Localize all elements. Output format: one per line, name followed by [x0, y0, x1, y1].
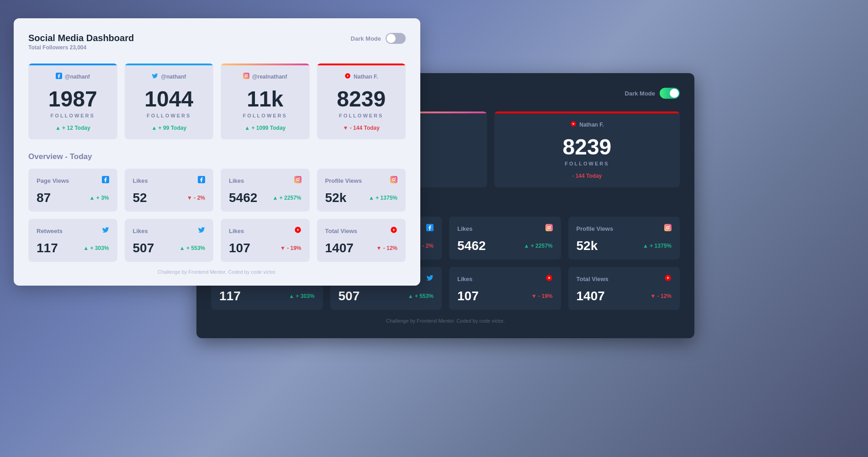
- dark-oc-retweets-tw-value: 117: [219, 289, 241, 303]
- light-yt-handle: Nathan F.: [324, 73, 399, 81]
- dark-oc-totalviews-yt-change: - 12%: [650, 293, 672, 299]
- light-oc-profileviews-ig-change: ▲ + 1375%: [369, 195, 397, 201]
- light-ig-handle: @realnathanf: [228, 73, 302, 81]
- dark-mode-toggle-light[interactable]: Dark Mode: [351, 33, 406, 44]
- light-follower-card-instagram: @realnathanf 11k FOLLOWERS ▲ + 1099 Toda…: [221, 64, 310, 139]
- dark-oc-likes-tw-footer: 507 + 553%: [339, 289, 434, 303]
- dark-oc-likes-ig-title: Likes: [457, 225, 472, 232]
- light-fb-label: FOLLOWERS: [36, 113, 110, 118]
- toggle-switch-light[interactable]: [386, 33, 406, 44]
- light-oc-likes-tw-value: 507: [133, 241, 154, 255]
- light-yt-label: FOLLOWERS: [324, 113, 399, 118]
- light-mode-dashboard: Social Media Dashboard Total Followers 2…: [14, 18, 420, 286]
- instagram-icon-oc2-dark: [664, 224, 672, 233]
- youtube-icon-oc-light: [294, 226, 302, 235]
- light-ig-change: ▲ + 1099 Today: [228, 125, 302, 131]
- light-oc-retweets-tw-value: 117: [37, 241, 58, 255]
- instagram-icon-oc-light: [294, 176, 302, 185]
- dark-oc-retweets-tw-footer: 117 + 303%: [219, 289, 315, 303]
- youtube-icon-dark: [570, 121, 577, 129]
- dark-footer-credit: Challenge by Frontend Mentor. Coded by c…: [211, 318, 680, 324]
- dark-oc-likes-ig-footer: 5462 + 2257%: [457, 239, 553, 253]
- light-oc-profileviews-ig-footer: 52k ▲ + 1375%: [325, 191, 398, 205]
- dark-follower-card-youtube: Nathan F. 8239 FOLLOWERS - 144 Today: [494, 112, 680, 187]
- svg-point-27: [299, 177, 300, 178]
- light-follower-card-youtube: Nathan F. 8239 FOLLOWERS ▼ - 144 Today: [317, 64, 406, 139]
- light-follower-card-twitter: @nathanf 1044 FOLLOWERS ▲ + 99 Today: [125, 64, 214, 139]
- dark-yt-handle: Nathan F.: [502, 121, 672, 129]
- dark-oc-likes-yt-title: Likes: [457, 276, 472, 282]
- dark-oc-likes-yt-change: - 19%: [531, 293, 553, 299]
- twitter-icon-oc2-light: [198, 226, 205, 235]
- light-oc-pageviews-fb: Page Views 87 ▲ + 3%: [28, 169, 117, 212]
- dark-oc-likes-ig-value: 5462: [457, 239, 486, 253]
- dark-oc-likes-yt-value: 107: [457, 289, 479, 303]
- light-oc-pageviews-fb-footer: 87 ▲ + 3%: [37, 191, 109, 205]
- light-oc-totalviews-yt: Total Views 1407 ▼ - 12%: [317, 219, 406, 262]
- toggle-thumb-light: [386, 34, 396, 43]
- light-oc-likes-yt-value: 107: [229, 241, 250, 255]
- light-oc-pageviews-fb-header: Page Views: [37, 176, 109, 185]
- dark-oc-likes-yt-header: Likes: [457, 274, 553, 283]
- light-oc-likes-yt: Likes 107 ▼ - 19%: [221, 219, 310, 262]
- dark-oc-retweets-tw-change: + 303%: [289, 293, 314, 299]
- light-oc-totalviews-yt-value: 1407: [325, 241, 354, 255]
- light-oc-likes-fb-value: 52: [133, 191, 147, 205]
- light-oc-likes-yt-footer: 107 ▼ - 19%: [229, 241, 302, 255]
- light-ig-label: FOLLOWERS: [228, 113, 302, 118]
- light-oc-likes-ig-header: Likes: [229, 176, 302, 185]
- instagram-icon-light: [243, 73, 249, 81]
- dark-mode-toggle-dark[interactable]: Dark Mode: [625, 88, 680, 99]
- light-header: Social Media Dashboard Total Followers 2…: [28, 33, 406, 51]
- dark-yt-change: - 144 Today: [502, 173, 672, 179]
- light-oc-likes-tw: Likes 507 ▲ + 553%: [125, 219, 214, 262]
- dark-oc-totalviews-yt-footer: 1407 - 12%: [577, 289, 672, 303]
- svg-point-20: [247, 74, 248, 75]
- light-follower-card-facebook: @nathanf 1987 FOLLOWERS ▲ + 12 Today: [28, 64, 117, 139]
- light-footer-credit: Challenge by Frontend Mentor. Coded by c…: [28, 269, 406, 275]
- light-oc-retweets-tw-footer: 117 ▲ + 303%: [37, 241, 109, 255]
- facebook-icon-oc-light: [102, 176, 109, 185]
- light-oc-likes-ig-title: Likes: [229, 177, 244, 184]
- light-oc-pageviews-fb-change: ▲ + 3%: [90, 195, 109, 201]
- dark-oc-totalviews-yt-title: Total Views: [577, 276, 609, 282]
- toggle-switch-dark[interactable]: [660, 88, 680, 99]
- dark-oc-likes-yt-footer: 107 - 19%: [457, 289, 553, 303]
- light-oc-retweets-tw-title: Retweets: [37, 228, 63, 234]
- dark-oc-likes-ig: Likes 5462 + 2257%: [449, 217, 561, 260]
- light-oc-totalviews-yt-footer: 1407 ▼ - 12%: [325, 241, 398, 255]
- light-oc-likes-ig: Likes 5462 ▲ + 2257%: [221, 169, 310, 212]
- light-oc-profileviews-ig-value: 52k: [325, 191, 347, 205]
- light-tw-handle-text: @nathanf: [161, 74, 186, 80]
- dark-yt-label: FOLLOWERS: [502, 161, 672, 166]
- dark-oc-likes-ig-change: + 2257%: [524, 243, 553, 249]
- instagram-icon-oc2-light: [390, 176, 397, 185]
- twitter-icon-oc2-dark: [426, 274, 434, 283]
- svg-rect-18: [243, 73, 249, 79]
- youtube-icon-oc-dark: [545, 274, 553, 283]
- light-fb-handle: @nathanf: [36, 73, 110, 81]
- light-ig-count: 11k: [228, 88, 302, 110]
- dark-oc-profileviews-ig-value: 52k: [577, 239, 598, 253]
- light-oc-likes-tw-change: ▲ + 553%: [180, 245, 205, 251]
- svg-point-30: [395, 177, 396, 178]
- light-ig-handle-text: @realnathanf: [252, 74, 287, 80]
- dark-oc-totalviews-yt: Total Views 1407 - 12%: [568, 267, 680, 310]
- light-oc-likes-yt-title: Likes: [229, 228, 244, 234]
- light-yt-handle-text: Nathan F.: [354, 74, 378, 80]
- light-tw-count: 1044: [132, 88, 206, 110]
- light-oc-totalviews-yt-header: Total Views: [325, 226, 398, 235]
- dark-oc-likes-tw-change: + 553%: [408, 293, 434, 299]
- svg-rect-25: [294, 176, 302, 183]
- light-oc-likes-tw-footer: 507 ▲ + 553%: [133, 241, 206, 255]
- svg-rect-10: [664, 224, 672, 231]
- light-yt-change: ▼ - 144 Today: [324, 125, 399, 131]
- light-oc-likes-ig-footer: 5462 ▲ + 2257%: [229, 191, 302, 205]
- dark-oc-profileviews-ig-footer: 52k + 1375%: [577, 239, 672, 253]
- svg-rect-7: [545, 224, 553, 231]
- light-oc-likes-fb: Likes 52 ▼ - 2%: [125, 169, 214, 212]
- facebook-icon-oc2-light: [198, 176, 205, 185]
- light-oc-retweets-tw-change: ▲ + 303%: [83, 245, 109, 251]
- light-oc-likes-yt-header: Likes: [229, 226, 302, 235]
- dark-mode-label-light: Dark Mode: [351, 35, 381, 42]
